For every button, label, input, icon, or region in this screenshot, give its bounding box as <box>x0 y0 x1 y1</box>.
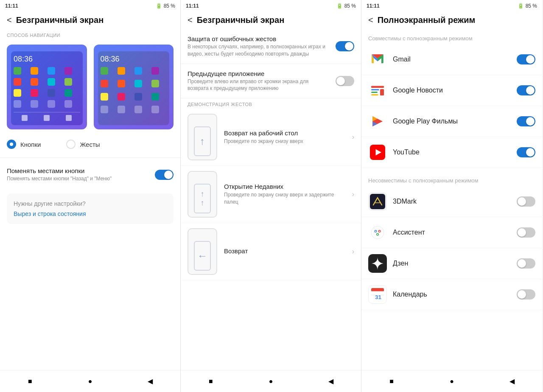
error-toggle[interactable] <box>336 41 354 51</box>
recents-icon-3[interactable]: ◀ <box>507 377 517 386</box>
app-dot <box>31 100 38 108</box>
swap-buttons-setting: Поменять местами кнопки Поменять местами… <box>0 161 180 188</box>
section-nav-label: СПОСОБ НАВИГАЦИИ <box>0 29 180 39</box>
gesture-home-info: Возврат на рабочий стол Проведите по экр… <box>224 129 345 145</box>
assistant-toggle[interactable] <box>517 227 535 238</box>
radio-buttons[interactable]: Кнопки <box>7 140 41 149</box>
app-dot <box>31 78 38 86</box>
3dmark-icon <box>368 192 387 211</box>
3dmark-svg <box>370 194 385 209</box>
gnews-icon <box>368 81 387 100</box>
gesture-back[interactable]: ← Возврат › <box>181 223 361 280</box>
gesture-home[interactable]: ↑ Возврат на рабочий стол Проведите по э… <box>181 109 361 166</box>
calendar-icon: 31 <box>368 285 387 304</box>
svg-point-19 <box>377 234 378 235</box>
status-icons-3: 🔋 85 % <box>518 3 537 9</box>
radio-circle-buttons[interactable] <box>7 140 16 149</box>
error-protection-text: Защита от ошибочных жестов В некоторых с… <box>188 35 330 58</box>
app-dot <box>48 67 55 75</box>
time-2: 11:11 <box>186 3 199 9</box>
preview-time-2: 08:36 <box>101 55 167 64</box>
home-icon-1[interactable]: ■ <box>25 377 35 386</box>
svg-rect-5 <box>380 89 384 95</box>
home-icon-2[interactable]: ■ <box>206 377 216 386</box>
page-title-2: Безграничный экран <box>197 15 285 25</box>
back-button-1[interactable]: < <box>7 15 12 25</box>
recents-icon-2[interactable]: ◀ <box>326 377 336 386</box>
nav-dot <box>22 115 28 121</box>
bottom-bar-1: ■ ● ◀ <box>0 370 180 392</box>
back-icon-3[interactable]: ● <box>447 377 456 386</box>
app-dot <box>118 67 125 75</box>
app-dot <box>48 89 55 97</box>
swap-title: Поменять местами кнопки <box>7 167 150 174</box>
gplay-toggle[interactable] <box>517 116 535 126</box>
3dmark-name: 3DMark <box>393 198 511 205</box>
back-button-2[interactable]: < <box>188 15 193 25</box>
app-dot <box>48 100 55 108</box>
gesture-recent-info: Открытие Недавних Проведите по экрану сн… <box>224 183 345 206</box>
prev-app-toggle[interactable] <box>336 76 354 86</box>
nav-card-gestures[interactable]: 08:36 <box>94 45 174 129</box>
prev-app-desc: Проведите влево или вправо от кромки экр… <box>188 78 330 92</box>
app-dot <box>14 67 21 75</box>
svg-rect-12 <box>370 194 385 209</box>
back-icon-2[interactable]: ● <box>266 377 275 386</box>
svg-rect-3 <box>371 92 378 93</box>
hint-link[interactable]: Вырез и строка состояния <box>14 210 167 217</box>
app-item-dzen: Дзен <box>361 248 542 279</box>
prev-app-setting: Предыдущее приложение Проведите влево ил… <box>181 64 361 99</box>
youtube-toggle[interactable] <box>517 147 535 157</box>
home-icon-3[interactable]: ■ <box>387 377 396 386</box>
radio-label-gestures: Жесты <box>80 141 100 148</box>
app-item-gplay: Google Play Фильмы <box>361 106 542 137</box>
gnews-name: Google Новости <box>393 87 511 94</box>
phone-outline-2: ↑↑ <box>194 184 211 213</box>
phone-preview-buttons: 08:36 <box>11 51 83 125</box>
swap-toggle[interactable] <box>155 170 174 180</box>
svg-point-17 <box>375 231 376 232</box>
app-dot <box>64 67 72 75</box>
radio-gestures[interactable]: Жесты <box>66 140 100 149</box>
app-dot <box>64 78 72 86</box>
nav-style-options: 08:36 <box>0 39 180 134</box>
error-title: Защита от ошибочных жестов <box>188 35 330 42</box>
nav-card-buttons[interactable]: 08:36 <box>7 45 87 129</box>
gplay-name: Google Play Фильмы <box>393 118 511 125</box>
app-dot <box>31 89 38 97</box>
app-item-gmail: Gmail <box>361 44 542 75</box>
app-dot <box>151 67 159 75</box>
youtube-icon <box>368 143 387 162</box>
nav-dot <box>44 115 50 121</box>
gesture-recent[interactable]: ↑↑ Открытие Недавних Проведите по экрану… <box>181 166 361 223</box>
dzen-toggle[interactable] <box>517 258 535 269</box>
app-dot <box>151 106 159 113</box>
svg-rect-4 <box>371 94 378 95</box>
gnews-toggle[interactable] <box>517 85 535 95</box>
chevron-icon-home: › <box>352 133 354 141</box>
gesture-home-desc: Проведите по экрану снизу вверх <box>224 138 345 145</box>
gesture-thumb-back: ← <box>188 228 217 275</box>
radio-circle-gestures[interactable] <box>66 140 76 149</box>
app-item-calendar: 31 Календарь <box>361 279 542 310</box>
battery-icon-1: 🔋 <box>156 3 162 9</box>
app-item-3dmark: 3DMark <box>361 186 542 217</box>
back-button-3[interactable]: < <box>368 15 373 25</box>
preview-nav-buttons <box>14 112 80 123</box>
page-title-3: Полноэкранный режим <box>378 15 476 25</box>
recents-icon-1[interactable]: ◀ <box>146 377 155 386</box>
gmail-toggle[interactable] <box>517 54 535 64</box>
gesture-arrow-1: ↑ <box>200 135 205 147</box>
back-icon-1[interactable]: ● <box>85 377 95 386</box>
assistant-name: Ассистент <box>393 229 511 236</box>
gplay-icon <box>368 112 387 131</box>
assistant-svg <box>370 225 385 240</box>
app-dot <box>118 80 125 87</box>
dzen-icon <box>368 254 387 273</box>
3dmark-toggle[interactable] <box>517 196 535 207</box>
calendar-toggle[interactable] <box>517 289 535 300</box>
chevron-icon-recent: › <box>352 190 354 198</box>
app-item-youtube: YouTube <box>361 137 542 168</box>
gesture-home-title: Возврат на рабочий стол <box>224 129 345 137</box>
header-1: < Безграничный экран <box>0 12 180 29</box>
